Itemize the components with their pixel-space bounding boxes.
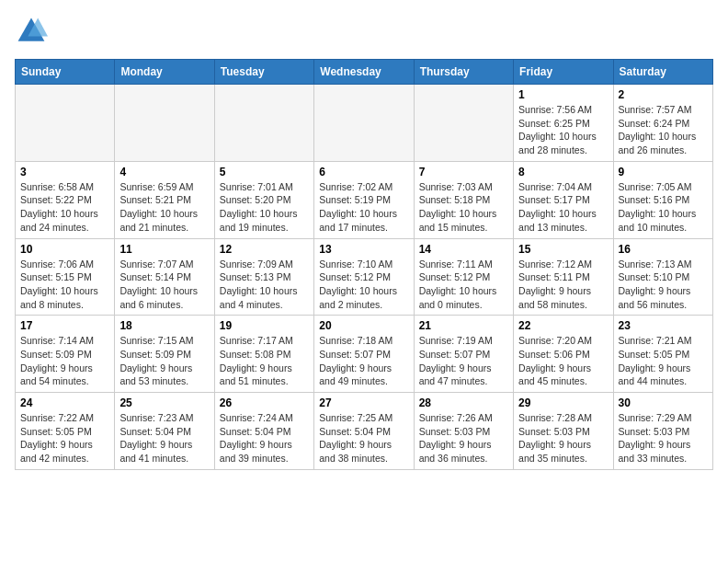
day-info: Sunrise: 7:29 AM Sunset: 5:03 PM Dayligh… [619, 411, 708, 465]
day-info: Sunrise: 7:14 AM Sunset: 5:09 PM Dayligh… [20, 334, 109, 388]
day-number: 18 [119, 319, 209, 332]
day-info: Sunrise: 7:05 AM Sunset: 5:16 PM Dayligh… [619, 180, 708, 235]
day-number: 14 [419, 243, 508, 256]
calendar-day-cell: 6Sunrise: 7:02 AM Sunset: 5:19 PM Daylig… [314, 161, 414, 238]
day-number: 12 [220, 243, 309, 256]
calendar-day-cell: 30Sunrise: 7:29 AM Sunset: 5:03 PM Dayli… [613, 393, 712, 470]
day-number: 10 [20, 243, 109, 256]
day-info: Sunrise: 7:19 AM Sunset: 5:07 PM Dayligh… [419, 334, 508, 388]
calendar-week-row: 1Sunrise: 7:56 AM Sunset: 6:25 PM Daylig… [16, 85, 713, 162]
day-info: Sunrise: 7:18 AM Sunset: 5:07 PM Dayligh… [319, 334, 408, 388]
weekday-header: Wednesday [314, 60, 414, 85]
day-info: Sunrise: 7:28 AM Sunset: 5:03 PM Dayligh… [518, 411, 608, 465]
day-number: 1 [518, 88, 608, 101]
day-info: Sunrise: 7:01 AM Sunset: 5:20 PM Dayligh… [220, 180, 309, 235]
day-info: Sunrise: 7:09 AM Sunset: 5:13 PM Dayligh… [220, 258, 309, 312]
day-info: Sunrise: 7:02 AM Sunset: 5:19 PM Dayligh… [319, 180, 408, 235]
page-header [15, 15, 713, 48]
day-number: 4 [119, 166, 209, 178]
calendar-day-cell: 23Sunrise: 7:21 AM Sunset: 5:05 PM Dayli… [613, 316, 712, 393]
day-number: 20 [319, 319, 408, 332]
day-info: Sunrise: 7:57 AM Sunset: 6:24 PM Dayligh… [619, 103, 708, 157]
weekday-header: Friday [514, 60, 613, 85]
day-info: Sunrise: 7:03 AM Sunset: 5:18 PM Dayligh… [419, 180, 508, 235]
calendar-day-cell: 29Sunrise: 7:28 AM Sunset: 5:03 PM Dayli… [514, 393, 613, 470]
calendar-table: SundayMondayTuesdayWednesdayThursdayFrid… [15, 59, 713, 470]
day-number: 30 [619, 396, 708, 409]
calendar-day-cell [16, 85, 115, 162]
calendar-day-cell: 19Sunrise: 7:17 AM Sunset: 5:08 PM Dayli… [214, 316, 313, 393]
calendar-day-cell: 14Sunrise: 7:11 AM Sunset: 5:12 PM Dayli… [414, 238, 513, 316]
calendar-week-row: 24Sunrise: 7:22 AM Sunset: 5:05 PM Dayli… [16, 393, 713, 470]
calendar-day-cell: 24Sunrise: 7:22 AM Sunset: 5:05 PM Dayli… [16, 393, 115, 470]
calendar-day-cell: 15Sunrise: 7:12 AM Sunset: 5:11 PM Dayli… [514, 238, 613, 316]
day-number: 8 [518, 166, 608, 178]
calendar-header-row: SundayMondayTuesdayWednesdayThursdayFrid… [16, 60, 713, 85]
logo-icon [15, 15, 48, 48]
day-number: 28 [419, 396, 508, 409]
day-number: 19 [220, 319, 309, 332]
day-info: Sunrise: 7:26 AM Sunset: 5:03 PM Dayligh… [419, 411, 508, 465]
day-number: 11 [119, 243, 209, 256]
calendar-day-cell: 22Sunrise: 7:20 AM Sunset: 5:06 PM Dayli… [514, 316, 613, 393]
day-number: 9 [619, 166, 708, 178]
calendar-day-cell: 11Sunrise: 7:07 AM Sunset: 5:14 PM Dayli… [115, 238, 214, 316]
calendar-day-cell: 12Sunrise: 7:09 AM Sunset: 5:13 PM Dayli… [214, 238, 313, 316]
day-number: 6 [319, 166, 408, 178]
calendar-day-cell: 28Sunrise: 7:26 AM Sunset: 5:03 PM Dayli… [414, 393, 513, 470]
day-info: Sunrise: 7:15 AM Sunset: 5:09 PM Dayligh… [119, 334, 209, 388]
day-info: Sunrise: 7:21 AM Sunset: 5:05 PM Dayligh… [619, 334, 708, 388]
day-number: 5 [220, 166, 309, 178]
calendar-week-row: 10Sunrise: 7:06 AM Sunset: 5:15 PM Dayli… [16, 238, 713, 316]
weekday-header: Saturday [613, 60, 712, 85]
day-number: 15 [518, 243, 608, 256]
calendar-day-cell: 21Sunrise: 7:19 AM Sunset: 5:07 PM Dayli… [414, 316, 513, 393]
calendar-day-cell: 5Sunrise: 7:01 AM Sunset: 5:20 PM Daylig… [214, 161, 313, 238]
day-number: 13 [319, 243, 408, 256]
calendar-day-cell: 27Sunrise: 7:25 AM Sunset: 5:04 PM Dayli… [314, 393, 414, 470]
calendar-day-cell [314, 85, 414, 162]
day-info: Sunrise: 7:22 AM Sunset: 5:05 PM Dayligh… [20, 411, 109, 465]
day-info: Sunrise: 7:23 AM Sunset: 5:04 PM Dayligh… [119, 411, 209, 465]
day-info: Sunrise: 7:10 AM Sunset: 5:12 PM Dayligh… [319, 258, 408, 312]
day-number: 29 [518, 396, 608, 409]
day-info: Sunrise: 7:13 AM Sunset: 5:10 PM Dayligh… [619, 258, 708, 312]
calendar-day-cell [115, 85, 214, 162]
day-number: 16 [619, 243, 708, 256]
calendar-day-cell: 25Sunrise: 7:23 AM Sunset: 5:04 PM Dayli… [115, 393, 214, 470]
calendar-day-cell: 18Sunrise: 7:15 AM Sunset: 5:09 PM Dayli… [115, 316, 214, 393]
weekday-header: Thursday [414, 60, 513, 85]
day-info: Sunrise: 7:20 AM Sunset: 5:06 PM Dayligh… [518, 334, 608, 388]
calendar-day-cell: 2Sunrise: 7:57 AM Sunset: 6:24 PM Daylig… [613, 85, 712, 162]
day-number: 17 [20, 319, 109, 332]
day-info: Sunrise: 7:11 AM Sunset: 5:12 PM Dayligh… [419, 258, 508, 312]
weekday-header: Sunday [16, 60, 115, 85]
calendar-day-cell: 7Sunrise: 7:03 AM Sunset: 5:18 PM Daylig… [414, 161, 513, 238]
day-info: Sunrise: 7:07 AM Sunset: 5:14 PM Dayligh… [119, 258, 209, 312]
logo [15, 15, 51, 48]
calendar-week-row: 3Sunrise: 6:58 AM Sunset: 5:22 PM Daylig… [16, 161, 713, 238]
day-number: 23 [619, 319, 708, 332]
day-number: 7 [419, 166, 508, 178]
day-number: 22 [518, 319, 608, 332]
calendar-day-cell: 1Sunrise: 7:56 AM Sunset: 6:25 PM Daylig… [514, 85, 613, 162]
day-number: 25 [119, 396, 209, 409]
day-number: 27 [319, 396, 408, 409]
day-info: Sunrise: 7:06 AM Sunset: 5:15 PM Dayligh… [20, 258, 109, 312]
calendar-day-cell: 13Sunrise: 7:10 AM Sunset: 5:12 PM Dayli… [314, 238, 414, 316]
day-info: Sunrise: 7:17 AM Sunset: 5:08 PM Dayligh… [220, 334, 309, 388]
day-number: 3 [20, 166, 109, 178]
calendar-day-cell: 8Sunrise: 7:04 AM Sunset: 5:17 PM Daylig… [514, 161, 613, 238]
calendar-day-cell: 3Sunrise: 6:58 AM Sunset: 5:22 PM Daylig… [16, 161, 115, 238]
day-number: 26 [220, 396, 309, 409]
calendar-week-row: 17Sunrise: 7:14 AM Sunset: 5:09 PM Dayli… [16, 316, 713, 393]
day-number: 2 [619, 88, 708, 101]
day-info: Sunrise: 6:58 AM Sunset: 5:22 PM Dayligh… [20, 180, 109, 235]
day-info: Sunrise: 7:24 AM Sunset: 5:04 PM Dayligh… [220, 411, 309, 465]
calendar-day-cell [414, 85, 513, 162]
weekday-header: Monday [115, 60, 214, 85]
calendar-day-cell: 16Sunrise: 7:13 AM Sunset: 5:10 PM Dayli… [613, 238, 712, 316]
day-info: Sunrise: 7:56 AM Sunset: 6:25 PM Dayligh… [518, 103, 608, 157]
calendar-day-cell: 4Sunrise: 6:59 AM Sunset: 5:21 PM Daylig… [115, 161, 214, 238]
day-info: Sunrise: 7:12 AM Sunset: 5:11 PM Dayligh… [518, 258, 608, 312]
